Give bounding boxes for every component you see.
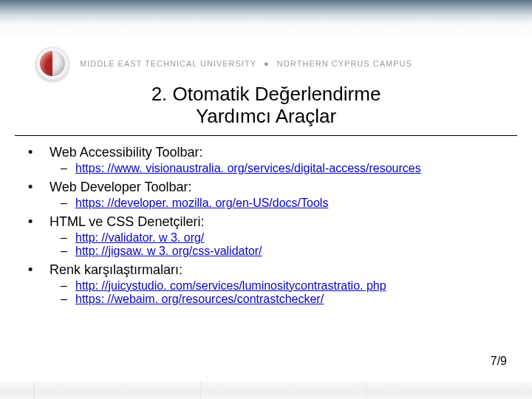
- list-item: Web Accessibility Toolbar: https: //www.…: [31, 145, 532, 175]
- resource-link[interactable]: https: //developer. mozilla. org/en-US/d…: [75, 197, 328, 209]
- item-label: HTML ve CSS Denetçileri:: [50, 214, 204, 229]
- footer-bar: [0, 381, 532, 399]
- footer-cell: [366, 381, 532, 399]
- sub-list-item: https: //webaim. org/resources/contrastc…: [61, 293, 532, 306]
- sub-list-item: https: //developer. mozilla. org/en-US/d…: [61, 197, 532, 210]
- item-label: Renk karşılaştırmaları:: [50, 262, 183, 277]
- title-line-2: Yardımcı Araçlar: [196, 105, 336, 127]
- footer-cell: [201, 381, 367, 399]
- title-block: 2. Otomatik Değerlendirme Yardımcı Araçl…: [0, 83, 532, 132]
- resource-link[interactable]: http: //juicystudio. com/services/lumino…: [75, 279, 386, 292]
- list-item: HTML ve CSS Denetçileri: http: //validat…: [31, 214, 532, 258]
- separator-dot-icon: ●: [264, 59, 270, 68]
- sub-list-item: http: //validator. w 3. org/: [61, 231, 532, 245]
- sub-list-item: http: //juicystudio. com/services/lumino…: [61, 279, 532, 293]
- resource-link[interactable]: http: //jigsaw. w 3. org/css-validator/: [75, 245, 262, 257]
- list-item: Renk karşılaştırmaları: http: //juicystu…: [31, 262, 532, 306]
- header: MIDDLE EAST TECHNICAL UNIVERSITY ● NORTH…: [0, 41, 532, 86]
- resource-link[interactable]: http: //validator. w 3. org/: [75, 231, 204, 244]
- university-left: MIDDLE EAST TECHNICAL UNIVERSITY: [80, 59, 256, 68]
- university-right: NORTHERN CYPRUS CAMPUS: [277, 59, 412, 68]
- resource-link[interactable]: https: //webaim. org/resources/contrastc…: [75, 293, 324, 305]
- university-logo: [35, 47, 69, 81]
- resource-link[interactable]: https: //www. visionaustralia. org/servi…: [75, 162, 421, 174]
- item-label: Web Accessibility Toolbar:: [50, 145, 202, 160]
- university-text: MIDDLE EAST TECHNICAL UNIVERSITY ● NORTH…: [80, 59, 412, 68]
- logo-circle-icon: [40, 51, 65, 76]
- list-item: Web Developer Toolbar: https: //develope…: [31, 180, 532, 210]
- item-label: Web Developer Toolbar:: [50, 180, 191, 194]
- page-number: 7/9: [491, 355, 507, 368]
- sub-list-item: http: //jigsaw. w 3. org/css-validator/: [61, 245, 532, 258]
- footer-cell: [35, 381, 201, 399]
- content: Web Accessibility Toolbar: https: //www.…: [0, 145, 532, 306]
- footer-cell: [0, 381, 35, 399]
- sub-list-item: https: //www. visionaustralia. org/servi…: [61, 162, 532, 175]
- top-gradient-band: [0, 0, 532, 41]
- title-underline: [15, 135, 517, 136]
- slide: MIDDLE EAST TECHNICAL UNIVERSITY ● NORTH…: [0, 0, 532, 399]
- page-title: 2. Otomatik Değerlendirme Yardımcı Araçl…: [15, 83, 517, 128]
